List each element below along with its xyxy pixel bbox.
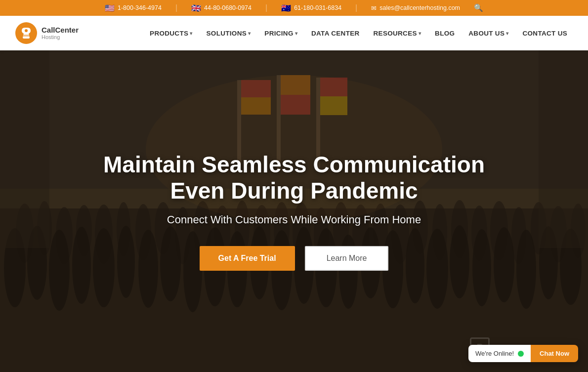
email-contact[interactable]: ✉ sales@callcenterhosting.com (371, 4, 460, 12)
phone-uk[interactable]: 🇬🇧 44-80-0680-0974 (191, 3, 252, 13)
phone-us[interactable]: 🇺🇸 1-800-346-4974 (105, 3, 162, 13)
nav-resources[interactable]: RESOURCES ▾ (368, 26, 427, 41)
resources-chevron-icon: ▾ (419, 31, 421, 36)
pricing-chevron-icon: ▾ (295, 31, 297, 36)
hero-section: Maintain Seamless Communication Even Dur… (0, 50, 588, 372)
svg-point-1 (25, 29, 28, 32)
au-flag-icon: 🇦🇺 (281, 3, 291, 13)
divider-1: | (175, 3, 177, 12)
chat-bubble: We're Online! (468, 345, 531, 362)
nav-about-us[interactable]: ABOUT US ▾ (462, 26, 514, 41)
top-bar: 🇺🇸 1-800-346-4974 | 🇬🇧 44-80-0680-0974 |… (0, 0, 588, 16)
logo[interactable]: CallCenter Hosting (15, 22, 79, 44)
phone-us-number[interactable]: 1-800-346-4974 (118, 4, 162, 11)
divider-3: | (355, 3, 357, 12)
chat-now-button[interactable]: Chat Now (531, 345, 578, 362)
search-icon-top[interactable]: 🔍 (474, 3, 483, 12)
get-free-trial-button[interactable]: Get A Free Trial (200, 246, 295, 271)
learn-more-button[interactable]: Learn More (305, 246, 389, 271)
about-chevron-icon: ▾ (506, 31, 508, 36)
email-address[interactable]: sales@callcenterhosting.com (379, 4, 460, 11)
online-indicator (518, 351, 524, 357)
hero-title: Maintain Seamless Communication Even Dur… (91, 152, 497, 204)
phone-au-number[interactable]: 61-180-031-6834 (294, 4, 341, 11)
uk-flag-icon: 🇬🇧 (191, 3, 201, 13)
us-flag-icon: 🇺🇸 (105, 3, 115, 13)
products-chevron-icon: ▾ (190, 31, 192, 36)
online-status-text: We're Online! (475, 350, 514, 357)
phone-au[interactable]: 🇦🇺 61-180-031-6834 (281, 3, 341, 13)
email-icon: ✉ (371, 4, 377, 12)
nav-contact-us[interactable]: CONTACT US (517, 26, 574, 41)
hero-subtitle: Connect With Customers While Working Fro… (91, 213, 497, 226)
nav-links: PRODUCTS ▾ SOLUTIONS ▾ PRICING ▾ DATA CE… (144, 26, 573, 41)
nav-blog[interactable]: BLOG (429, 26, 461, 41)
nav-products[interactable]: PRODUCTS ▾ (144, 26, 198, 41)
hero-buttons: Get A Free Trial Learn More (91, 246, 497, 271)
phone-uk-number[interactable]: 44-80-0680-0974 (204, 4, 252, 11)
divider-2: | (265, 3, 267, 12)
logo-text: CallCenter Hosting (42, 26, 79, 41)
logo-svg (15, 22, 38, 44)
nav-solutions[interactable]: SOLUTIONS ▾ (201, 26, 257, 41)
main-nav: CallCenter Hosting PRODUCTS ▾ SOLUTIONS … (0, 16, 588, 50)
nav-data-center[interactable]: DATA CENTER (305, 26, 366, 41)
chat-widget: We're Online! Chat Now (468, 345, 578, 362)
solutions-chevron-icon: ▾ (248, 31, 251, 36)
nav-pricing[interactable]: PRICING ▾ (258, 26, 303, 41)
hero-content: Maintain Seamless Communication Even Dur… (72, 152, 516, 271)
